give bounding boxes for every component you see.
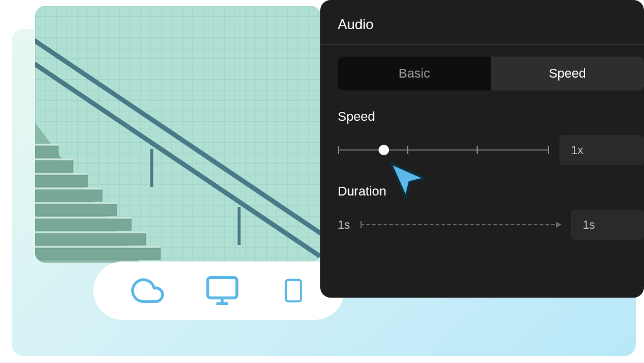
svg-rect-13 bbox=[35, 248, 160, 260]
svg-rect-26 bbox=[208, 278, 237, 298]
divider bbox=[320, 44, 644, 45]
desktop-icon[interactable] bbox=[205, 273, 240, 308]
svg-rect-11 bbox=[35, 219, 131, 231]
cursor-pointer-icon bbox=[385, 158, 430, 205]
svg-rect-9 bbox=[35, 190, 102, 201]
preview-image bbox=[35, 6, 321, 263]
svg-rect-7 bbox=[35, 160, 73, 172]
tab-group: Basic Speed bbox=[338, 57, 644, 90]
duration-arrow-icon bbox=[360, 219, 561, 231]
audio-settings-panel: Audio Basic Speed Speed 1x Duration 1s 1… bbox=[320, 0, 644, 298]
speed-label: Speed bbox=[320, 109, 644, 124]
mobile-icon[interactable] bbox=[281, 274, 306, 307]
duration-end-value[interactable]: 1s bbox=[571, 210, 644, 240]
svg-rect-29 bbox=[286, 280, 301, 302]
svg-rect-10 bbox=[35, 204, 117, 216]
panel-title: Audio bbox=[320, 16, 644, 33]
device-selector-pill bbox=[93, 261, 344, 320]
speed-value[interactable]: 1x bbox=[559, 135, 644, 165]
svg-rect-6 bbox=[35, 146, 58, 158]
duration-start-value: 1s bbox=[338, 218, 350, 232]
speed-slider[interactable] bbox=[338, 143, 548, 157]
svg-rect-8 bbox=[35, 175, 88, 187]
duration-label: Duration bbox=[320, 184, 644, 199]
svg-rect-12 bbox=[35, 233, 146, 245]
tab-basic[interactable]: Basic bbox=[338, 57, 491, 90]
tab-speed[interactable]: Speed bbox=[491, 57, 645, 90]
cloud-icon[interactable] bbox=[131, 274, 164, 307]
